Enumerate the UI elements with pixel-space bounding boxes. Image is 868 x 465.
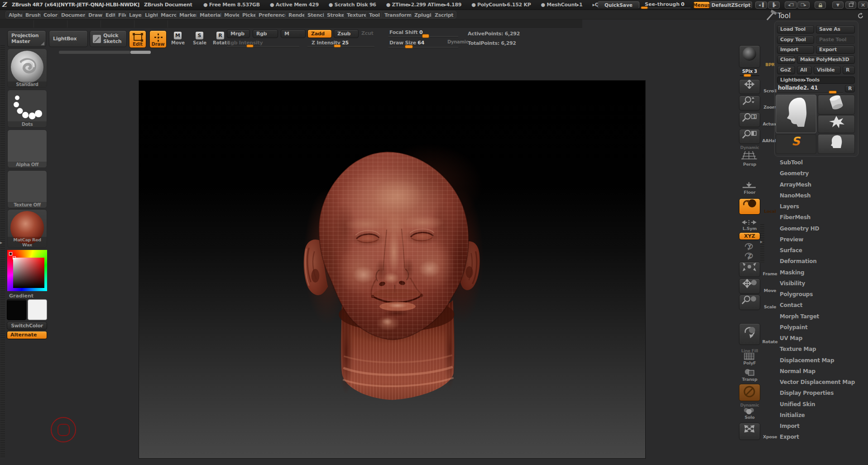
quick-sketch-button[interactable]: QuickSketch [90,30,127,47]
solo-button[interactable]: Solo [739,407,760,420]
tool-section-deformation[interactable]: Deformation [770,258,865,269]
zoom-button[interactable]: Zoom [739,96,760,110]
xyz-button[interactable]: XYZ [739,232,760,240]
zsub-button[interactable]: Zsub [334,29,359,38]
tool-section-masking[interactable]: Masking [770,269,865,280]
tool-section-geometry[interactable]: Geometry [770,170,865,181]
z-intensity-slider[interactable] [307,46,374,47]
frame-button[interactable]: Frame [739,262,760,277]
minimize-icon[interactable]: ▼ [832,1,844,9]
m-button[interactable]: M [281,29,306,38]
ghost-button[interactable] [739,384,760,401]
close-icon[interactable]: × [858,1,868,9]
alternate-button[interactable]: Alternate [7,331,47,339]
aahalf-button[interactable]: AAHalf [739,129,760,144]
tool-section-initialize[interactable]: Initialize [770,412,865,423]
mrgb-button[interactable]: Mrgb [227,29,250,38]
actual-button[interactable]: 1 Actual [739,112,760,127]
draw-size-slider[interactable] [388,47,458,48]
local-button[interactable]: Local [739,198,760,215]
tool-section-display-properties[interactable]: Display Properties [770,390,865,401]
goz-button[interactable]: GoZ [777,66,795,74]
shelf-rotate-button[interactable]: Rotate [739,323,760,345]
r-button[interactable]: R [843,66,855,74]
tool-section-displacement-map[interactable]: Displacement Map [770,357,865,368]
transp-button[interactable]: Transp [739,368,760,382]
expand-right-tray-icon[interactable]: ▐▸ [768,1,780,9]
brush-selector[interactable]: Standard [7,48,47,88]
hollande-small-tool[interactable]: Hollande [818,134,855,154]
menu-transform[interactable]: Transform [381,11,415,19]
tool-section-visibility[interactable]: Visibility [770,280,865,291]
rotate-tool[interactable]: RRotate [213,32,228,48]
tool-section-uv-map[interactable]: UV Map [770,335,865,346]
edit-button[interactable]: Edit [129,30,146,48]
secondary-color-swatch[interactable] [28,299,47,320]
xpose-button[interactable]: Xpose [739,423,760,440]
rgb-intensity-thumb[interactable] [246,44,254,48]
lsym-button[interactable]: L.Sym [739,219,760,231]
export-button[interactable]: Export [816,46,855,54]
spix-thumb[interactable] [743,74,751,77]
doc-scrollbar-track[interactable] [59,51,130,54]
save-as-button[interactable]: Save As [816,25,855,34]
see-through-slider[interactable] [641,8,691,8]
projection-master-button[interactable]: ProjectionMaster [7,30,46,47]
zadd-button[interactable]: Zadd [307,29,332,38]
alpha-selector[interactable]: Alpha Off [7,129,47,168]
move-tool[interactable]: MMove [170,32,186,48]
switch-color-button[interactable]: SwitchColor [7,322,47,330]
cylinder3d-tool[interactable]: Cylinder3D [818,95,855,115]
menus-button[interactable]: Menus [693,1,710,9]
menu-tool[interactable]: Tool [366,11,383,19]
menu-zscript[interactable]: Zscript [432,11,456,19]
z-rotate-button[interactable]: Z [739,252,760,260]
all-button[interactable]: All [797,66,812,74]
stroke-selector[interactable]: Dots [7,90,47,128]
left-tray-divider[interactable] [0,45,5,458]
shelf-scale-button[interactable]: Scale [739,295,760,310]
tool-section-layers[interactable]: Layers [770,203,865,214]
collapse-left-tray-icon[interactable]: ◂▐ [755,1,767,9]
tool-section-arraymesh[interactable]: ArrayMesh [770,182,865,192]
doc-scrollbar-thumb[interactable] [130,51,151,54]
tool-section-polypaint[interactable]: Polypaint [770,324,865,335]
restore-icon[interactable] [845,1,856,9]
floor-button[interactable]: Floor [739,181,760,195]
default-zscript-button[interactable]: DefaultZScript [710,1,752,9]
polyf-button[interactable]: PolyF [739,353,760,365]
tool-section-preview[interactable]: Preview [770,236,865,247]
texture-selector[interactable]: Texture Off [7,170,47,208]
tool-section-import[interactable]: Import [770,423,865,434]
tool-section-unified-skin[interactable]: Unified Skin [770,401,865,412]
draw-button[interactable]: Draw [149,30,167,48]
make-polymesh3d-button[interactable]: Make PolyMesh3D [797,56,855,64]
tool-section-nanomesh[interactable]: NanoMesh [770,192,865,203]
clone-button[interactable]: Clone [777,56,795,64]
persp-button[interactable]: Persp [739,149,760,167]
tool-section-geometry-hd[interactable]: Geometry HD [770,225,865,236]
tool-section-contact[interactable]: Contact [770,302,865,313]
tool-section-polygroups[interactable]: Polygroups [770,291,865,302]
tool-section-morph-target[interactable]: Morph Target [770,313,865,324]
visible-button[interactable]: Visible [814,66,841,74]
left-tray-arrow-icon[interactable]: ▸ [0,240,2,245]
simplebrush-tool[interactable]: S SimpleBrush [776,134,816,154]
rgb-intensity-slider[interactable] [227,46,299,47]
bpr-button[interactable]: BPR [739,45,760,68]
tool-slider-thumb[interactable] [829,91,837,94]
load-tool-button[interactable]: Load Tool [777,25,814,34]
tool-section-fibermesh[interactable]: FiberMesh [770,214,865,225]
lightbox-button[interactable]: LightBox [49,30,88,47]
right-tray-arrow-icon[interactable]: ▸ [760,239,762,244]
tool-section-export[interactable]: Export [770,434,865,445]
move-panel-right-icon[interactable]: ❐▸ [797,1,810,9]
copy-tool-button[interactable]: Copy Tool [777,36,814,44]
lock-icon[interactable] [815,1,826,9]
see-through-slider-thumb[interactable] [641,6,648,9]
move-panel-left-icon[interactable]: ◂❐ [785,1,797,9]
scroll-button[interactable]: Scroll [739,79,760,94]
sv-square[interactable] [13,258,44,288]
quicksave-button[interactable]: QuickSave [598,1,639,9]
rgb-button[interactable]: Rgb [253,29,278,38]
